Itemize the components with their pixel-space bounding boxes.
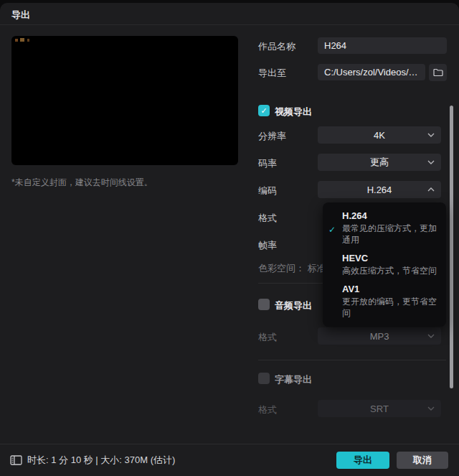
chevron-down-icon (427, 133, 435, 137)
panel-scrollbar[interactable] (450, 106, 453, 388)
audio-format-label: 格式 (258, 331, 277, 344)
subtitle-export-checkbox[interactable] (258, 373, 270, 384)
dialog-title: 导出 (11, 9, 30, 22)
codec-option-h264[interactable]: ✓ H.264 最常见的压缩方式，更加通用 (323, 206, 446, 248)
export-summary: 时长: 1 分 10 秒 | 大小: 370M (估计) (10, 454, 175, 467)
preview-corner-artifact (20, 38, 24, 42)
name-label: 作品名称 (258, 40, 295, 53)
export-button[interactable]: 导出 (336, 452, 389, 469)
dialog-titlebar: 导出 (0, 3, 459, 25)
chevron-down-icon (427, 334, 435, 338)
resolution-select[interactable]: 4K (318, 126, 441, 144)
subtitle-format-value: SRT (370, 403, 389, 414)
video-export-label: 视频导出 (275, 106, 312, 118)
export-dialog-screen: 导出 *未自定义封面，建议去时间线设置。 作品名称 导出至 ✓ 视频导出 分辨率… (0, 0, 459, 476)
bitrate-label: 码率 (258, 157, 277, 170)
chevron-up-icon (427, 187, 435, 192)
subtitle-format-select[interactable]: SRT (318, 400, 441, 417)
codec-dropdown-menu: ✓ H.264 最常见的压缩方式，更加通用 HEVC 高效压缩方式，节省空间 A… (323, 202, 446, 327)
browse-folder-button[interactable] (429, 64, 447, 81)
name-input[interactable] (318, 37, 447, 54)
codec-value: H.264 (367, 185, 392, 195)
subtitle-format-label: 格式 (258, 403, 277, 416)
check-icon: ✓ (328, 225, 336, 235)
folder-icon (433, 68, 443, 77)
path-input[interactable] (318, 64, 425, 80)
video-preview-thumbnail (11, 36, 238, 165)
codec-option-title: HEVC (342, 253, 439, 263)
fps-label: 帧率 (258, 239, 277, 252)
codec-option-hevc[interactable]: HEVC 高效压缩方式，节省空间 (323, 248, 446, 279)
codec-select[interactable]: H.264 (318, 181, 441, 198)
preview-corner-artifact (27, 39, 29, 42)
codec-option-title: AV1 (342, 284, 439, 294)
duration-size-text: 时长: 1 分 10 秒 | 大小: 370M (估计) (27, 454, 175, 467)
section-divider (258, 360, 446, 360)
cancel-button[interactable]: 取消 (397, 452, 448, 469)
codec-option-title: H.264 (342, 210, 439, 221)
video-export-checkbox[interactable]: ✓ (258, 105, 270, 116)
codec-label: 编码 (258, 185, 277, 197)
codec-option-desc: 更开放的编码，更节省空间 (342, 296, 439, 319)
audio-export-label: 音频导出 (275, 299, 312, 312)
codec-option-av1[interactable]: AV1 更开放的编码，更节省空间 (323, 279, 446, 322)
bitrate-value: 更高 (370, 156, 389, 169)
bitrate-select[interactable]: 更高 (318, 154, 441, 171)
dialog-footer: 时长: 1 分 10 秒 | 大小: 370M (估计) 导出 取消 (0, 444, 459, 476)
chevron-down-icon (427, 406, 435, 411)
format-label: 格式 (258, 212, 277, 225)
audio-format-select[interactable]: MP3 (318, 327, 441, 345)
path-label: 导出至 (258, 67, 286, 80)
audio-export-checkbox[interactable] (258, 299, 270, 310)
codec-option-desc: 最常见的压缩方式，更加通用 (342, 223, 439, 246)
subtitle-export-label: 字幕导出 (275, 373, 312, 386)
chevron-down-icon (427, 160, 435, 164)
audio-format-value: MP3 (370, 331, 389, 342)
cover-hint-text: *未自定义封面，建议去时间线设置。 (11, 177, 153, 189)
colorspace-row: 色彩空间： 标准 (258, 262, 326, 275)
colorspace-label: 色彩空间： (258, 263, 305, 274)
resolution-value: 4K (374, 130, 385, 141)
film-icon (10, 455, 22, 465)
export-dialog: 导出 *未自定义封面，建议去时间线设置。 作品名称 导出至 ✓ 视频导出 分辨率… (0, 3, 459, 476)
resolution-label: 分辨率 (258, 130, 286, 143)
preview-corner-artifact (15, 39, 18, 42)
codec-option-desc: 高效压缩方式，节省空间 (342, 265, 439, 276)
